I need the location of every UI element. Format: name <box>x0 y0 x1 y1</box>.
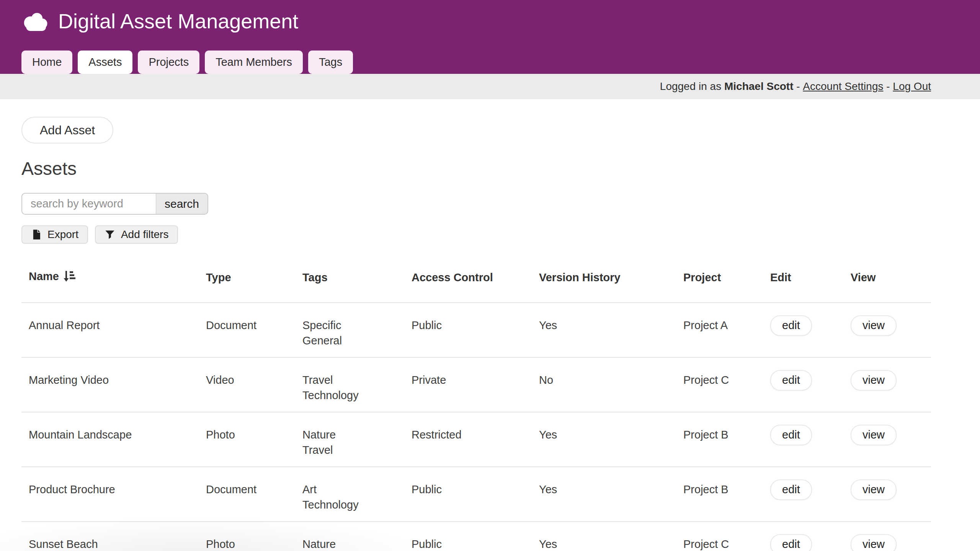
log-out-link[interactable]: Log Out <box>893 80 931 93</box>
account-settings-link[interactable]: Account Settings <box>803 80 883 93</box>
asset-type: Document <box>206 467 302 522</box>
asset-tags: Travel Technology <box>302 357 412 412</box>
table-header-row: Name Type Tags Access Control Version Hi… <box>21 259 931 303</box>
asset-version-history: Yes <box>539 467 683 522</box>
table-row: Sunset Beach Photo Nature Travel Public … <box>21 522 931 551</box>
asset-access-control: Public <box>412 522 539 551</box>
asset-type: Video <box>206 357 302 412</box>
asset-version-history: Yes <box>539 303 683 357</box>
app-header: Digital Asset Management Home Assets Pro… <box>0 0 980 74</box>
asset-name: Annual Report <box>21 303 206 357</box>
column-header-type: Type <box>206 259 302 303</box>
search-bar: search <box>21 193 980 215</box>
user-bar: Logged in as Michael Scott - Account Set… <box>0 74 980 99</box>
logged-in-label: Logged in as <box>660 80 724 93</box>
tag: Travel <box>302 442 408 458</box>
app-title: Digital Asset Management <box>58 8 298 34</box>
asset-version-history: No <box>539 357 683 412</box>
asset-project: Project B <box>683 412 770 467</box>
edit-button[interactable]: edit <box>770 479 812 500</box>
search-input[interactable] <box>21 193 156 215</box>
asset-project: Project C <box>683 522 770 551</box>
cloud-icon <box>21 11 49 31</box>
tag: Travel <box>302 372 408 388</box>
page-title: Assets <box>21 158 980 179</box>
tab-projects[interactable]: Projects <box>138 51 199 74</box>
toolbar: Export Add filters <box>21 225 980 244</box>
main-nav: Home Assets Projects Team Members Tags <box>21 51 353 74</box>
edit-button[interactable]: edit <box>770 425 812 445</box>
column-header-tags: Tags <box>302 259 412 303</box>
add-filters-button[interactable]: Add filters <box>95 225 178 244</box>
asset-version-history: Yes <box>539 522 683 551</box>
table-row: Marketing Video Video Travel Technology … <box>21 357 931 412</box>
tab-tags[interactable]: Tags <box>308 51 353 74</box>
column-header-name[interactable]: Name <box>21 259 206 303</box>
asset-name: Marketing Video <box>21 357 206 412</box>
asset-name: Product Brochure <box>21 467 206 522</box>
tab-team-members[interactable]: Team Members <box>205 51 303 74</box>
asset-tags: Nature Travel <box>302 412 412 467</box>
asset-access-control: Private <box>412 357 539 412</box>
main-content: Add Asset Assets search Export Add filte… <box>0 99 980 551</box>
view-button[interactable]: view <box>851 370 897 391</box>
table-row: Annual Report Document Specific General … <box>21 303 931 357</box>
asset-tags: Specific General <box>302 303 412 357</box>
file-icon <box>31 229 42 240</box>
view-button[interactable]: view <box>851 479 897 500</box>
export-label: Export <box>47 228 78 241</box>
asset-project: Project B <box>683 467 770 522</box>
tab-home[interactable]: Home <box>21 51 72 74</box>
separator: - <box>883 80 893 93</box>
search-button[interactable]: search <box>156 193 208 215</box>
asset-project: Project A <box>683 303 770 357</box>
tag: Art <box>302 482 408 497</box>
asset-version-history: Yes <box>539 412 683 467</box>
tag: Specific <box>302 318 408 333</box>
column-header-edit: Edit <box>770 259 851 303</box>
asset-name: Sunset Beach <box>21 522 206 551</box>
brand: Digital Asset Management <box>0 0 980 34</box>
edit-button[interactable]: edit <box>770 534 812 551</box>
view-button[interactable]: view <box>851 425 897 445</box>
asset-type: Photo <box>206 412 302 467</box>
view-button[interactable]: view <box>851 534 897 551</box>
asset-access-control: Public <box>412 303 539 357</box>
view-button[interactable]: view <box>851 315 897 336</box>
column-header-access-control: Access Control <box>412 259 539 303</box>
asset-tags: Art Technology <box>302 467 412 522</box>
asset-name: Mountain Landscape <box>21 412 206 467</box>
asset-tags: Nature Travel <box>302 522 412 551</box>
column-header-view: View <box>851 259 931 303</box>
column-header-version-history: Version History <box>539 259 683 303</box>
tag: Technology <box>302 497 408 512</box>
tag: General <box>302 333 408 348</box>
asset-access-control: Restricted <box>412 412 539 467</box>
tab-assets[interactable]: Assets <box>78 51 132 74</box>
asset-project: Project C <box>683 357 770 412</box>
tag: Nature <box>302 536 408 551</box>
edit-button[interactable]: edit <box>770 315 812 336</box>
separator: - <box>793 80 803 93</box>
edit-button[interactable]: edit <box>770 370 812 391</box>
column-header-project: Project <box>683 259 770 303</box>
add-filters-label: Add filters <box>121 228 169 241</box>
asset-type: Document <box>206 303 302 357</box>
sort-descending-icon[interactable] <box>63 273 76 285</box>
asset-type: Photo <box>206 522 302 551</box>
tag: Nature <box>302 427 408 442</box>
table-row: Mountain Landscape Photo Nature Travel R… <box>21 412 931 467</box>
tag: Technology <box>302 388 408 403</box>
export-button[interactable]: Export <box>21 225 88 244</box>
username: Michael Scott <box>724 80 793 93</box>
asset-access-control: Public <box>412 467 539 522</box>
add-asset-button[interactable]: Add Asset <box>21 117 113 143</box>
assets-table: Name Type Tags Access Control Version Hi… <box>21 259 931 551</box>
filter-icon <box>105 229 115 240</box>
table-row: Product Brochure Document Art Technology… <box>21 467 931 522</box>
